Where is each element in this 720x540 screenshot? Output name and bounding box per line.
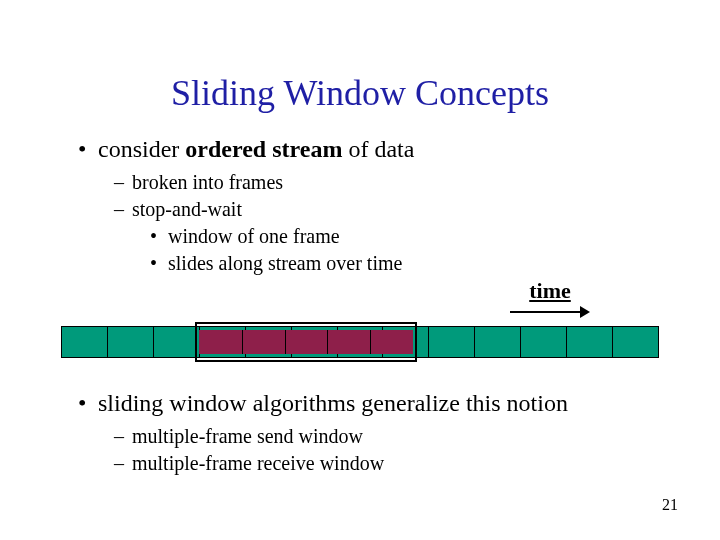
bullet-text-bold: ordered stream bbox=[185, 136, 342, 162]
bullet-text: broken into frames bbox=[132, 171, 283, 193]
bullet-level3: •slides along stream over time bbox=[150, 251, 678, 276]
stream-cell bbox=[474, 326, 520, 358]
body-top: •consider ordered stream of data –broken… bbox=[78, 134, 678, 278]
bullet-level1: •sliding window algorithms generalize th… bbox=[78, 388, 698, 418]
bullet-text: of data bbox=[342, 136, 414, 162]
bullet-dot-icon: • bbox=[78, 134, 98, 164]
stream-cell bbox=[382, 326, 428, 358]
bullet-level2: –multiple-frame send window bbox=[114, 424, 698, 449]
bullet-dot-icon: • bbox=[78, 388, 98, 418]
stream-cell bbox=[566, 326, 612, 358]
stream-diagram bbox=[61, 326, 659, 358]
stream-cell bbox=[520, 326, 566, 358]
stream-cell bbox=[153, 326, 199, 358]
bullet-level3: •window of one frame bbox=[150, 224, 678, 249]
bullet-level2: –stop-and-wait bbox=[114, 197, 678, 222]
bullet-dot-icon: • bbox=[150, 251, 168, 276]
bullet-level2: –multiple-frame receive window bbox=[114, 451, 698, 476]
time-axis: time bbox=[510, 278, 590, 318]
stream-cell bbox=[107, 326, 153, 358]
stream-cell bbox=[337, 326, 383, 358]
bullet-text: multiple-frame send window bbox=[132, 425, 363, 447]
dash-icon: – bbox=[114, 424, 132, 449]
dash-icon: – bbox=[114, 197, 132, 222]
stream-cell bbox=[428, 326, 474, 358]
bullet-dot-icon: • bbox=[150, 224, 168, 249]
time-label: time bbox=[510, 278, 590, 304]
page-number: 21 bbox=[662, 496, 678, 514]
bullet-text: stop-and-wait bbox=[132, 198, 242, 220]
bullet-text: slides along stream over time bbox=[168, 252, 402, 274]
slide: Sliding Window Concepts •consider ordere… bbox=[0, 0, 720, 540]
stream-cell bbox=[291, 326, 337, 358]
stream-cell bbox=[245, 326, 291, 358]
body-bottom: •sliding window algorithms generalize th… bbox=[78, 388, 698, 478]
dash-icon: – bbox=[114, 451, 132, 476]
dash-icon: – bbox=[114, 170, 132, 195]
bullet-text: consider bbox=[98, 136, 185, 162]
bullet-text: multiple-frame receive window bbox=[132, 452, 384, 474]
stream-cell bbox=[199, 326, 245, 358]
bullet-level1: •consider ordered stream of data bbox=[78, 134, 678, 164]
stream-cell bbox=[61, 326, 107, 358]
bullet-text: window of one frame bbox=[168, 225, 340, 247]
stream-cell bbox=[612, 326, 659, 358]
slide-title: Sliding Window Concepts bbox=[0, 72, 720, 114]
arrow-right-icon bbox=[510, 306, 590, 318]
bullet-text: sliding window algorithms generalize thi… bbox=[98, 390, 568, 416]
bullet-level2: –broken into frames bbox=[114, 170, 678, 195]
